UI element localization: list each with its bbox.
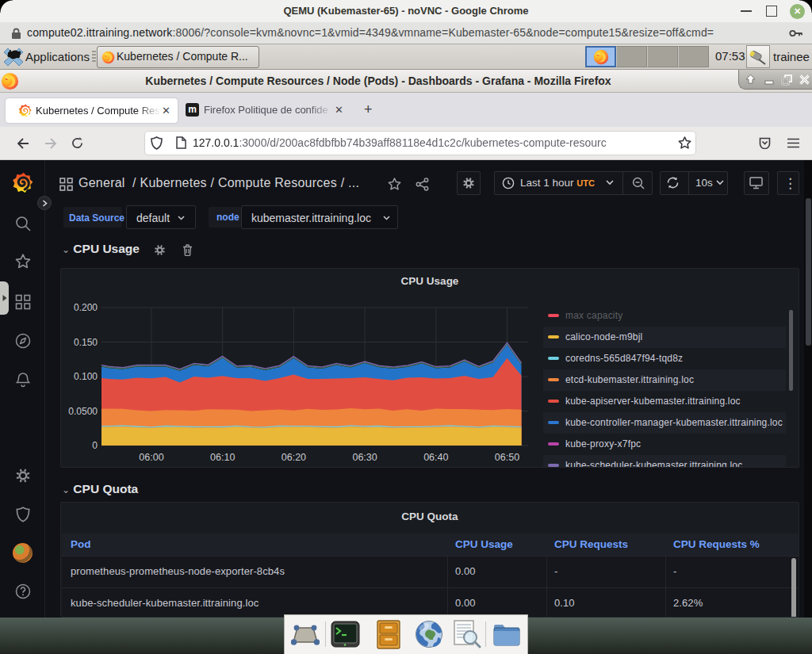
svg-text:0: 0 (92, 440, 98, 451)
svg-text:06:30: 06:30 (352, 452, 377, 463)
svg-text:0.200: 0.200 (74, 302, 98, 313)
svg-text:06:40: 06:40 (423, 452, 448, 463)
svg-text:06:10: 06:10 (210, 452, 235, 463)
svg-text:0.150: 0.150 (74, 337, 98, 348)
svg-text:0.100: 0.100 (74, 371, 98, 382)
svg-text:06:20: 06:20 (282, 452, 306, 463)
svg-text:0.0500: 0.0500 (68, 406, 98, 417)
svg-text:06:00: 06:00 (139, 452, 163, 463)
svg-text:06:50: 06:50 (495, 452, 519, 463)
